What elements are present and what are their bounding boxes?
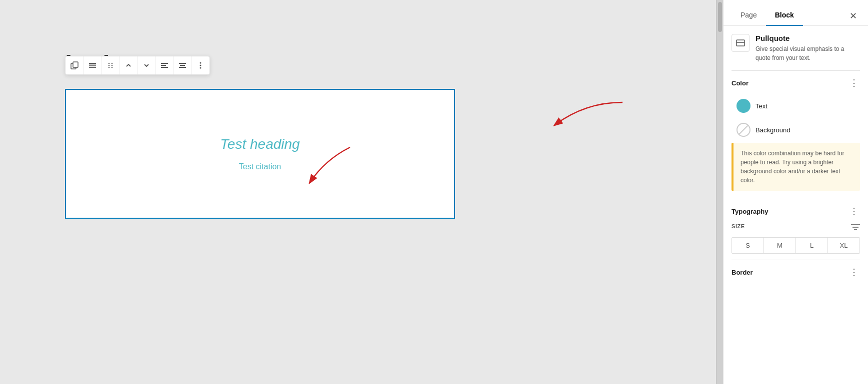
block-info: Pullquote Give special visual emphasis t… (756, 34, 860, 62)
scrollbar-thumb[interactable] (718, 2, 722, 32)
divider-2 (732, 199, 860, 199)
color-section-header: Color ⋮ (732, 77, 860, 89)
tab-block[interactable]: Block (766, 6, 803, 26)
svg-point-8 (111, 65, 112, 66)
size-xl-button[interactable]: XL (828, 238, 860, 253)
more-options-button[interactable] (192, 56, 210, 74)
editor-area: lock (0, 0, 716, 384)
typography-more-button[interactable]: ⋮ (848, 205, 860, 217)
pullquote-block[interactable]: Test heading Test citation (65, 89, 455, 219)
text-color-circle (736, 99, 750, 113)
svg-point-5 (108, 63, 109, 64)
sidebar-tabs: Page Block (732, 6, 803, 25)
svg-point-6 (111, 63, 112, 64)
svg-point-10 (111, 67, 112, 68)
svg-rect-14 (179, 63, 186, 64)
block-name-label: Pullquote (756, 34, 860, 42)
svg-rect-4 (89, 67, 96, 68)
size-m-button[interactable]: M (764, 238, 796, 253)
move-up-button[interactable] (120, 56, 138, 74)
svg-point-19 (200, 67, 202, 69)
block-type-button[interactable] (84, 56, 102, 74)
color-warning-box: This color combination may be hard for p… (732, 143, 860, 191)
color-section-title: Color (732, 79, 748, 87)
warning-text: This color combination may be hard for p… (740, 150, 844, 184)
editor-scrollbar[interactable] (716, 0, 723, 384)
svg-rect-3 (89, 65, 96, 66)
divider-3 (732, 260, 860, 260)
size-label-row: SIZE (732, 223, 860, 233)
sidebar-header: Page Block ✕ (724, 0, 868, 26)
text-color-label: Text (756, 102, 768, 110)
pullquote-heading[interactable]: Test heading (220, 136, 300, 152)
size-buttons-group: S M L XL (732, 237, 860, 254)
text-color-option[interactable]: Text (732, 95, 860, 117)
svg-point-9 (108, 67, 109, 68)
color-more-button[interactable]: ⋮ (848, 77, 860, 89)
border-more-button[interactable]: ⋮ (848, 266, 860, 278)
background-color-circle (736, 123, 750, 137)
sidebar-panel: Page Block ✕ Pullquote Give special visu… (723, 0, 868, 384)
svg-rect-11 (161, 63, 168, 64)
svg-rect-20 (736, 40, 744, 46)
block-description: Give special visual emphasis to a quote … (756, 44, 860, 62)
svg-rect-15 (180, 65, 185, 66)
size-l-button[interactable]: L (796, 238, 828, 253)
svg-rect-1 (73, 62, 78, 67)
svg-point-18 (200, 65, 202, 66)
copy-button[interactable] (66, 56, 84, 74)
tab-page[interactable]: Page (732, 6, 766, 26)
background-color-option[interactable]: Background (732, 119, 860, 141)
align-center-button[interactable] (174, 56, 192, 74)
move-down-button[interactable] (138, 56, 156, 74)
size-s-button[interactable]: S (732, 238, 764, 253)
svg-point-17 (200, 62, 202, 64)
background-color-label: Background (756, 126, 790, 134)
svg-rect-12 (161, 65, 166, 66)
svg-rect-16 (179, 67, 186, 68)
svg-point-7 (108, 65, 109, 66)
sidebar-close-button[interactable]: ✕ (846, 9, 860, 23)
size-filter-icon[interactable] (851, 224, 860, 233)
block-toolbar (65, 56, 210, 75)
divider-1 (732, 70, 860, 71)
border-section-title: Border (732, 269, 753, 276)
align-left-button[interactable] (156, 56, 174, 74)
svg-rect-2 (89, 63, 96, 64)
sidebar-content: Pullquote Give special visual emphasis t… (724, 26, 868, 384)
typography-section-title: Typography (732, 208, 768, 215)
pullquote-icon (732, 34, 750, 52)
pullquote-citation[interactable]: Test citation (239, 162, 281, 171)
block-name-section: Pullquote Give special visual emphasis t… (732, 34, 860, 62)
arrow-text-annotation (525, 97, 625, 137)
size-label: SIZE (732, 223, 745, 229)
svg-rect-13 (161, 67, 168, 68)
border-section-header: Border ⋮ (732, 266, 860, 278)
typography-section-header: Typography ⋮ (732, 205, 860, 217)
drag-handle-button[interactable] (102, 56, 120, 74)
